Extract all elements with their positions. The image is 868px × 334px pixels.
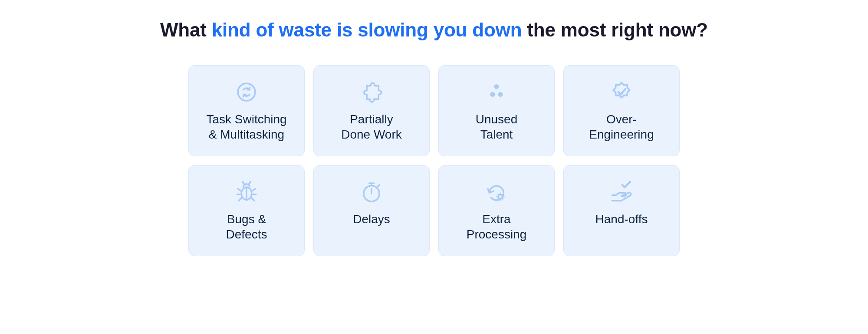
heading-highlight: kind of waste is slowing you down [212,19,522,40]
card-over-engineering[interactable]: Over- Engineering [563,65,680,156]
card-label: Task Switching & Multitasking [206,112,286,142]
heading-suffix: the most right now? [522,19,708,40]
card-delays[interactable]: Delays [313,165,430,256]
heading-prefix: What [160,19,212,40]
card-label: Hand-offs [595,212,648,227]
card-bugs-defects[interactable]: Bugs & Defects [188,165,305,256]
card-label: Bugs & Defects [226,212,267,242]
card-label: Partially Done Work [341,112,402,142]
card-hand-offs[interactable]: Hand-offs [563,165,680,256]
card-label: Over- Engineering [589,112,654,142]
card-unused-talent[interactable]: Unused Talent [438,65,555,156]
card-label: Unused Talent [476,112,518,142]
waste-card-grid: Task Switching & Multitasking Partially … [188,65,680,256]
question-heading: What kind of waste is slowing you down t… [160,19,708,41]
bug-icon [234,177,259,207]
card-partially-done-work[interactable]: Partially Done Work [313,65,430,156]
stopwatch-icon [359,177,384,207]
card-extra-processing[interactable]: Extra Processing [438,165,555,256]
refresh-circle-icon [234,77,259,107]
puzzle-icon [359,77,384,107]
card-label: Delays [353,212,390,227]
badge-check-icon [609,77,634,107]
dots-icon [484,77,509,107]
hand-check-icon [609,177,634,207]
card-task-switching[interactable]: Task Switching & Multitasking [188,65,305,156]
card-label: Extra Processing [467,212,527,242]
history-gear-icon [484,177,509,207]
